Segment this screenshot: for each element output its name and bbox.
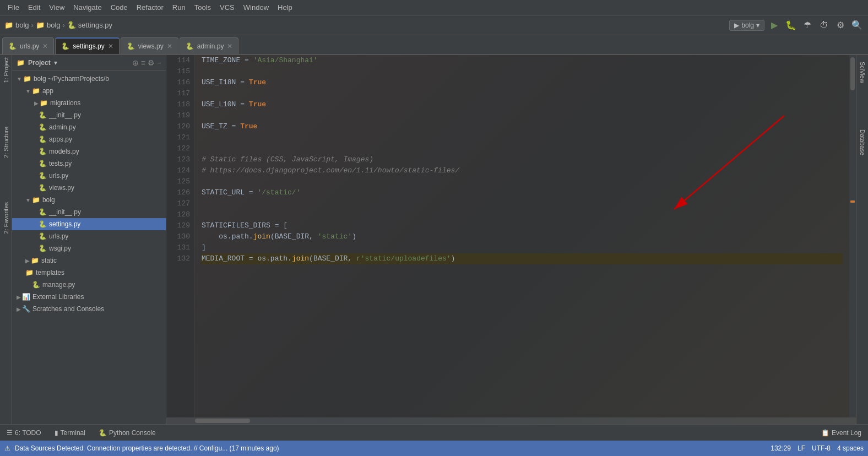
menu-tools[interactable]: Tools bbox=[191, 2, 214, 13]
cursor-position[interactable]: 132:29 bbox=[771, 444, 791, 452]
menu-edit[interactable]: Edit bbox=[25, 2, 44, 13]
tree-item-views[interactable]: 🐍 views.py bbox=[12, 182, 166, 194]
collapse-all-icon[interactable]: ≡ bbox=[141, 58, 145, 67]
status-message[interactable]: Data Sources Detected: Connection proper… bbox=[15, 444, 279, 452]
favorites-tab[interactable]: 2: Favorites bbox=[3, 202, 9, 234]
menu-help[interactable]: Help bbox=[274, 2, 296, 13]
structure-tab[interactable]: 2: Structure bbox=[3, 127, 9, 158]
breadcrumb-folder-icon: 📁 bbox=[4, 21, 13, 29]
tree-label: static bbox=[41, 257, 57, 264]
run-button[interactable]: ▶ bbox=[768, 19, 781, 32]
tree-item-ext-libs[interactable]: ▶ 📊 External Libraries bbox=[12, 291, 166, 303]
scrollbar-thumb[interactable] bbox=[850, 57, 855, 90]
tree-item-templates[interactable]: 📁 templates bbox=[12, 267, 166, 279]
tree-label: admin.py bbox=[49, 123, 76, 131]
tab-views-py[interactable]: 🐍 views.py ✕ bbox=[121, 37, 178, 54]
sciview-tab[interactable]: SciView bbox=[858, 59, 867, 85]
tree-label: __init__.py bbox=[49, 208, 81, 216]
tab-admin-py[interactable]: 🐍 admin.py ✕ bbox=[180, 37, 239, 54]
tree-item-app-init[interactable]: 🐍 __init__.py bbox=[12, 109, 166, 121]
right-side-tabs: SciView Database bbox=[856, 55, 868, 424]
menu-vcs[interactable]: VCS bbox=[216, 2, 238, 13]
tree-item-bolg-init[interactable]: 🐍 __init__.py bbox=[12, 206, 166, 218]
py-icon: 🐍 bbox=[39, 208, 47, 216]
tab-close-admin[interactable]: ✕ bbox=[227, 42, 232, 50]
gutter-mark bbox=[850, 200, 855, 203]
folder-icon: 📁 bbox=[25, 269, 34, 276]
menu-run[interactable]: Run bbox=[169, 2, 189, 13]
tab-settings-py[interactable]: 🐍 settings.py ✕ bbox=[55, 37, 119, 54]
libs-icon: 📊 bbox=[22, 293, 30, 301]
menu-file[interactable]: File bbox=[4, 2, 23, 13]
tree-item-app-urls[interactable]: 🐍 urls.py bbox=[12, 170, 166, 182]
tree-item-app[interactable]: ▼ 📁 app bbox=[12, 85, 166, 97]
tree-item-static[interactable]: ▶ 📁 static bbox=[12, 254, 166, 267]
status-warning-icon: ⚠ bbox=[4, 444, 10, 452]
run-config-icon: ▶ bbox=[734, 21, 739, 29]
menu-navigate[interactable]: Navigate bbox=[70, 2, 105, 13]
todo-icon: ☰ bbox=[7, 429, 13, 437]
breadcrumb-project[interactable]: bolg bbox=[15, 21, 29, 29]
tree-item-manage[interactable]: 🐍 manage.py bbox=[12, 279, 166, 291]
project-tab[interactable]: 1: Project bbox=[3, 57, 9, 83]
py-icon: 🐍 bbox=[39, 123, 47, 131]
h-scrollbar-thumb[interactable] bbox=[195, 419, 250, 423]
folder-icon: 📁 bbox=[32, 196, 40, 204]
tree-item-settings[interactable]: 🐍 settings.py bbox=[12, 218, 166, 230]
menu-view[interactable]: View bbox=[46, 2, 68, 13]
profile-button[interactable]: ⏱ bbox=[817, 19, 831, 32]
tab-icon: 🐍 bbox=[8, 42, 17, 50]
tree-item-bolg-root[interactable]: ▼ 📁 bolg ~/PycharmProjects/b bbox=[12, 73, 166, 85]
panel-dropdown[interactable]: ▾ bbox=[54, 59, 57, 67]
tree-item-wsgi[interactable]: 🐍 wsgi.py bbox=[12, 242, 166, 254]
vertical-scrollbar[interactable] bbox=[849, 55, 856, 417]
terminal-button[interactable]: ▮ Terminal bbox=[52, 428, 88, 438]
coverage-button[interactable]: ☂ bbox=[801, 19, 814, 32]
tree-item-bolg-sub[interactable]: ▼ 📁 bolg bbox=[12, 194, 166, 206]
tree-item-migrations[interactable]: ▶ 📁 migrations bbox=[12, 97, 166, 109]
close-panel-icon[interactable]: − bbox=[157, 58, 161, 67]
run-config[interactable]: ▶ bolg ▾ bbox=[729, 20, 764, 31]
code-line-122 bbox=[202, 143, 843, 154]
build-button[interactable]: ⚙ bbox=[834, 19, 847, 32]
tree-item-tests[interactable]: 🐍 tests.py bbox=[12, 158, 166, 170]
breadcrumb-file-icon: 🐍 bbox=[67, 21, 76, 29]
code-lines[interactable]: TIME_ZONE = 'Asia/Shanghai' USE_I18N = T… bbox=[195, 55, 849, 417]
todo-button[interactable]: ☰ 6: TODO bbox=[4, 428, 44, 438]
code-line-118: USE_L10N = True bbox=[202, 99, 843, 110]
menu-code[interactable]: Code bbox=[107, 2, 131, 13]
indent[interactable]: 4 spaces bbox=[837, 444, 864, 452]
tab-close-settings[interactable]: ✕ bbox=[108, 42, 113, 50]
line-endings[interactable]: LF bbox=[798, 444, 805, 452]
menu-window[interactable]: Window bbox=[240, 2, 272, 13]
debug-button[interactable]: 🐛 bbox=[784, 19, 798, 32]
tab-close-urls[interactable]: ✕ bbox=[42, 42, 48, 50]
tab-close-views[interactable]: ✕ bbox=[167, 42, 172, 50]
tree-label-templates: templates bbox=[36, 269, 64, 276]
tree-item-models[interactable]: 🐍 models.py bbox=[12, 145, 166, 158]
code-line-126: STATIC_URL = '/static/' bbox=[202, 187, 843, 198]
tree-item-scratches[interactable]: ▶ 🔧 Scratches and Consoles bbox=[12, 303, 166, 315]
code-line-116: USE_I18N = True bbox=[202, 77, 843, 88]
locate-file-icon[interactable]: ⊕ bbox=[132, 58, 139, 67]
breadcrumb-folder-icon2: 📁 bbox=[36, 21, 45, 29]
breadcrumb-file[interactable]: settings.py bbox=[78, 21, 112, 29]
database-tab[interactable]: Database bbox=[858, 127, 867, 158]
folder-icon: 📁 bbox=[32, 87, 40, 95]
python-console-button[interactable]: 🐍 Python Console bbox=[96, 428, 158, 438]
menu-refactor[interactable]: Refactor bbox=[133, 2, 167, 13]
tree-item-bolg-urls[interactable]: 🐍 urls.py bbox=[12, 230, 166, 242]
breadcrumb-module[interactable]: bolg bbox=[47, 21, 61, 29]
tree-item-apps[interactable]: 🐍 apps.py bbox=[12, 133, 166, 145]
event-log-button[interactable]: 📋 Event Log bbox=[819, 428, 864, 438]
tree-label: views.py bbox=[49, 184, 74, 192]
chevron-icon: ▼ bbox=[25, 197, 31, 203]
run-config-label: bolg bbox=[741, 21, 754, 29]
settings-icon[interactable]: ⚙ bbox=[148, 58, 155, 67]
tab-urls-py[interactable]: 🐍 urls.py ✕ bbox=[2, 37, 54, 54]
tree-item-admin[interactable]: 🐍 admin.py bbox=[12, 121, 166, 133]
horizontal-scrollbar[interactable] bbox=[166, 417, 856, 424]
search-everywhere[interactable]: 🔍 bbox=[850, 19, 864, 32]
encoding[interactable]: UTF-8 bbox=[812, 444, 831, 452]
code-line-114: TIME_ZONE = 'Asia/Shanghai' bbox=[202, 55, 843, 66]
